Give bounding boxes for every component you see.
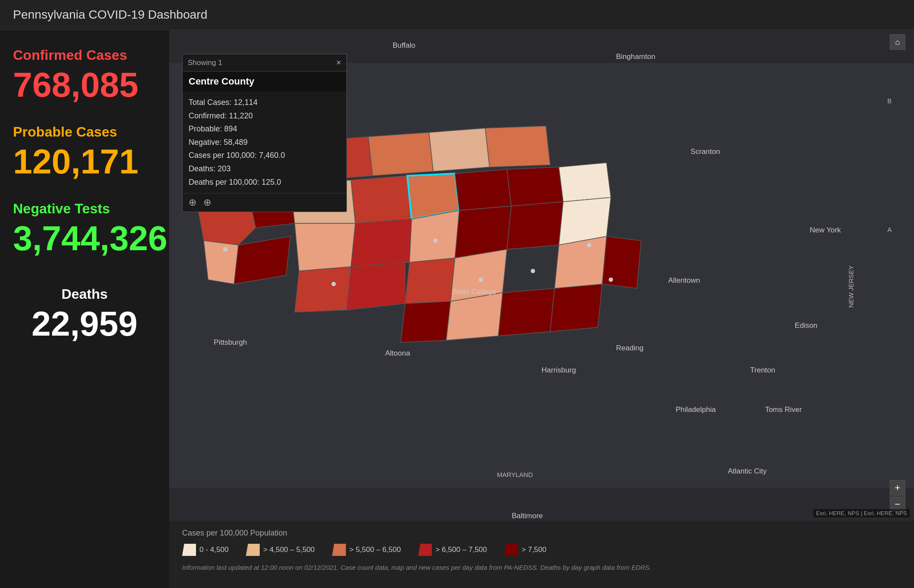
legend-item-1: > 4,500 – 5,500 [246, 544, 315, 556]
popup-cases-per-100k: Cases per 100,000: 7,460.0 [189, 149, 340, 162]
footnote: Information last updated at 12:00 noon o… [182, 563, 901, 573]
deaths-value: 22,959 [13, 307, 156, 341]
esri-credit: Esri, HERE, NPS | Esri, HERE, NPS [813, 509, 910, 517]
legend-item-4: > 7,500 [504, 544, 546, 556]
svg-marker-18 [507, 167, 563, 206]
home-icon: ⌂ [895, 38, 900, 47]
popup-cases-per-100k-label: Cases per 100,000: [189, 151, 257, 160]
popup-probable: Probable: 894 [189, 122, 340, 136]
svg-point-40 [587, 243, 591, 247]
popup-header: Showing 1 × [183, 54, 346, 72]
popup-probable-label: Probable: [189, 124, 222, 133]
popup-showing: Showing 1 [188, 59, 222, 67]
svg-marker-14 [455, 169, 511, 210]
confirmed-cases-value: 768,085 [13, 68, 156, 102]
legend-swatch-2 [332, 544, 346, 556]
svg-point-37 [433, 238, 437, 243]
legend-item-2: > 5,500 – 6,500 [332, 544, 401, 556]
popup-body: Total Cases: 12,114 Confirmed: 11,220 Pr… [183, 91, 346, 193]
svg-point-41 [609, 278, 613, 282]
zoom-controls: + − [890, 480, 905, 512]
svg-marker-20 [507, 202, 563, 249]
probable-cases-value: 120,171 [13, 144, 156, 179]
popup-negative-value: 58,489 [224, 138, 248, 147]
svg-marker-4 [204, 241, 238, 284]
svg-point-36 [332, 282, 336, 286]
svg-marker-30 [485, 126, 550, 167]
svg-marker-25 [555, 236, 607, 288]
svg-marker-24 [602, 236, 641, 288]
svg-point-38 [479, 278, 483, 282]
svg-marker-13 [409, 210, 459, 262]
svg-marker-10 [295, 223, 356, 271]
svg-marker-33 [401, 301, 450, 343]
popup-total-cases: Total Cases: 12,114 [189, 96, 340, 109]
svg-marker-12 [351, 219, 412, 267]
legend-label-4: > 7,500 [522, 546, 546, 554]
legend-label-2: > 5,500 – 6,500 [349, 546, 401, 554]
svg-point-39 [531, 269, 535, 273]
svg-marker-28 [368, 132, 433, 176]
popup-probable-value: 894 [224, 124, 237, 133]
svg-marker-9 [351, 176, 412, 223]
svg-marker-22 [498, 288, 555, 336]
legend-swatch-4 [504, 544, 518, 556]
popup-negative-label: Negative: [189, 138, 222, 147]
deaths-block: Deaths 22,959 [13, 286, 156, 341]
probable-cases-label: Probable Cases [13, 124, 156, 140]
legend-label-3: > 6,500 – 7,500 [435, 546, 487, 554]
svg-point-35 [223, 247, 228, 252]
svg-marker-29 [429, 128, 490, 171]
confirmed-cases-label: Confirmed Cases [13, 47, 156, 63]
legend-items: 0 - 4,500 > 4,500 – 5,500 > 5,500 – 6,50… [182, 544, 901, 556]
confirmed-cases-block: Confirmed Cases 768,085 [13, 47, 156, 102]
popup-negative: Negative: 58,489 [189, 136, 340, 149]
legend-swatch-3 [418, 544, 432, 556]
popup-confirmed-label: Confirmed: [189, 111, 227, 120]
zoom-in-button[interactable]: + [890, 480, 905, 496]
popup-confirmed-value: 11,220 [229, 111, 253, 120]
popup-deaths-per-100k-value: 125.0 [261, 178, 281, 186]
popup-zoom-icon[interactable]: ⊕ [203, 197, 211, 208]
popup-pan-icon[interactable]: ⊕ [189, 197, 196, 208]
legend-title: Cases per 100,000 Population [182, 529, 901, 538]
popup-total-cases-value: 12,114 [234, 98, 258, 107]
popup-county-name: Centre County [183, 72, 346, 91]
main-content: Confirmed Cases 768,085 Probable Cases 1… [0, 30, 914, 588]
svg-marker-19 [559, 163, 611, 202]
svg-marker-31 [295, 267, 351, 312]
legend-item-0: 0 - 4,500 [182, 544, 228, 556]
popup-deaths-per-100k: Deaths per 100,000: 125.0 [189, 176, 340, 189]
popup-deaths-value: 203 [218, 164, 231, 173]
map-footer: Cases per 100,000 Population 0 - 4,500 >… [169, 521, 914, 588]
svg-marker-32 [347, 262, 405, 310]
negative-tests-label: Negative Tests [13, 201, 156, 217]
county-popup: Showing 1 × Centre County Total Cases: 1… [182, 54, 347, 212]
negative-tests-block: Negative Tests 3,744,326 [13, 201, 156, 256]
popup-footer: ⊕ ⊕ [183, 193, 346, 212]
map-area[interactable]: Pittsburgh Altoona State College Harrisb… [169, 30, 914, 588]
legend-swatch-1 [246, 544, 260, 556]
popup-cases-per-100k-value: 7,460.0 [259, 151, 285, 160]
probable-cases-block: Probable Cases 120,171 [13, 124, 156, 179]
deaths-label: Deaths [13, 286, 156, 302]
popup-total-cases-label: Total Cases: [189, 98, 232, 107]
negative-tests-value: 3,744,326 [13, 221, 156, 256]
popup-deaths-per-100k-label: Deaths per 100,000: [189, 178, 259, 186]
page-title: Pennsylvania COVID-19 Dashboard [13, 8, 207, 21]
page-header: Pennsylvania COVID-19 Dashboard [0, 0, 914, 30]
map-home-button[interactable]: ⌂ [890, 34, 905, 50]
popup-close-button[interactable]: × [336, 58, 341, 68]
popup-deaths: Deaths: 203 [189, 162, 340, 176]
popup-deaths-label: Deaths: [189, 164, 215, 173]
legend-label-0: 0 - 4,500 [199, 546, 228, 554]
sidebar: Confirmed Cases 768,085 Probable Cases 1… [0, 30, 169, 588]
legend-item-3: > 6,500 – 7,500 [418, 544, 487, 556]
legend-label-1: > 4,500 – 5,500 [263, 546, 315, 554]
legend-swatch-0 [182, 544, 196, 556]
popup-confirmed: Confirmed: 11,220 [189, 109, 340, 123]
svg-marker-23 [550, 284, 602, 332]
svg-marker-16 [405, 258, 455, 304]
